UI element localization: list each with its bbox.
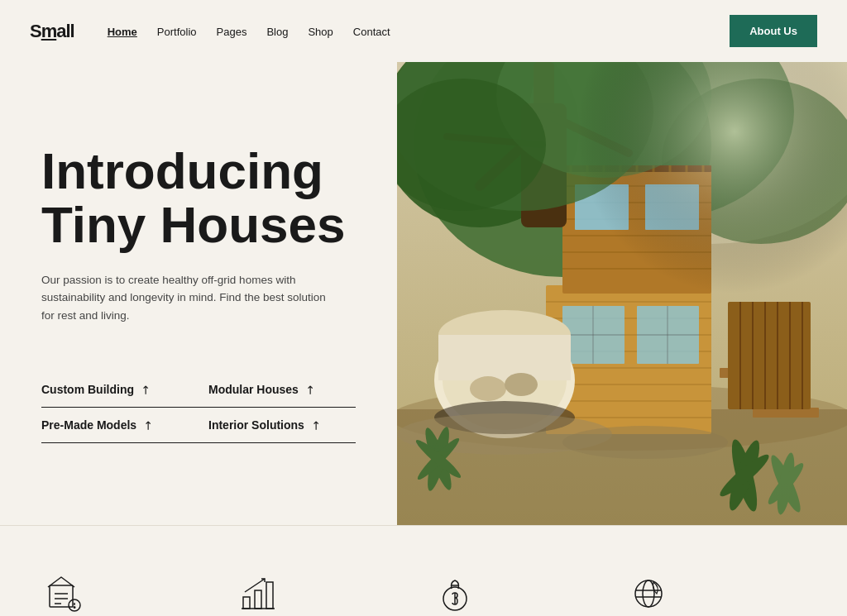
svg-point-88 xyxy=(74,607,75,609)
arrow-icon: ↗ xyxy=(302,382,318,399)
about-us-button[interactable]: About Us xyxy=(730,15,817,47)
nav-item-shop[interactable]: Shop xyxy=(308,26,333,38)
svg-rect-89 xyxy=(243,597,250,609)
nav-item-blog[interactable]: Blog xyxy=(266,26,288,38)
svg-rect-81 xyxy=(397,62,847,525)
nav-links: Home Portfolio Pages Blog Shop Contact xyxy=(108,24,730,39)
feature-card-innovative: Innovative Natus error sit voluptatem ac… xyxy=(41,572,220,616)
nav-item-home[interactable]: Home xyxy=(108,26,137,38)
nav-item-contact[interactable]: Contact xyxy=(353,26,390,38)
feature-link-pre-made-models[interactable]: Pre-Made Models ↗ xyxy=(41,408,199,443)
innovative-icon xyxy=(41,572,84,615)
affordable-icon xyxy=(432,572,475,615)
svg-point-96 xyxy=(635,580,662,607)
feature-card-scalable: Scalable Natus error sit voluptatem accu… xyxy=(237,572,415,616)
features-section: Innovative Natus error sit voluptatem ac… xyxy=(0,525,847,616)
feature-link-custom-building[interactable]: Custom Building ↗ xyxy=(41,372,199,408)
hero-content: Introducing Tiny Houses Our passion is t… xyxy=(0,62,397,525)
arrow-icon: ↗ xyxy=(137,382,154,399)
feature-card-affordable: Affordable Natus error sit voluptatem ac… xyxy=(432,572,610,616)
svg-rect-91 xyxy=(266,582,273,609)
hero-image xyxy=(397,62,847,525)
svg-point-97 xyxy=(643,580,654,607)
feature-link-modular-houses[interactable]: Modular Houses ↗ xyxy=(199,372,356,408)
hero-subtitle: Our passion is to create healthy off-gri… xyxy=(41,271,339,325)
arrow-icon: ↗ xyxy=(308,418,324,434)
feature-links-grid: Custom Building ↗ Modular Houses ↗ Pre-M… xyxy=(41,372,356,443)
arrow-icon: ↗ xyxy=(140,418,156,434)
scalable-icon xyxy=(237,572,280,615)
feature-card-eco-friendly: Eco-Friendly Natus error sit voluptatem … xyxy=(627,572,806,616)
navigation: Small Home Portfolio Pages Blog Shop Con… xyxy=(0,0,847,62)
nav-item-portfolio[interactable]: Portfolio xyxy=(157,26,197,38)
nav-item-pages[interactable]: Pages xyxy=(217,26,247,38)
hero-title: Introducing Tiny Houses xyxy=(41,144,356,251)
hero-section: Introducing Tiny Houses Our passion is t… xyxy=(0,62,847,525)
feature-link-interior-solutions[interactable]: Interior Solutions ↗ xyxy=(199,408,356,443)
site-logo[interactable]: Small xyxy=(30,21,74,42)
eco-friendly-icon xyxy=(627,572,670,615)
svg-rect-90 xyxy=(255,590,261,609)
